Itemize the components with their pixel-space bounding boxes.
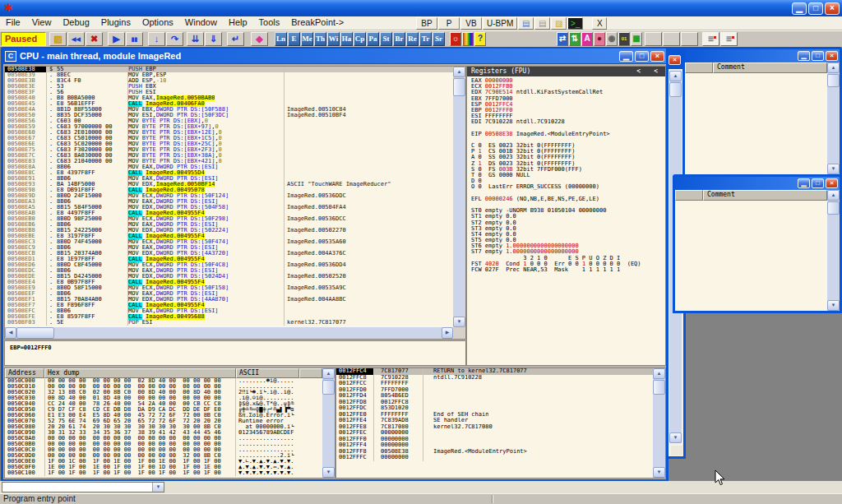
call-stack-button[interactable]: St xyxy=(380,32,392,46)
dump-row[interactable]: 0050C0B000 00 00 00 00 00 00 00 00 00 00… xyxy=(5,442,335,447)
disasm-row[interactable]: 00508E9D.8B0D 24F15000MOV ECX,DWORD PTR … xyxy=(5,193,453,199)
register-line[interactable]: FCW 027F Prec NEAR,53 Mask 1 1 1 1 1 1 xyxy=(471,267,664,273)
open-file-button[interactable]: ▨ xyxy=(49,32,67,46)
disasm-row[interactable]: 00508EB0.8B0D 98F25000MOV ECX,DWORD PTR … xyxy=(5,216,453,222)
side-window-1-scrollbar[interactable]: ▲ ▼ xyxy=(827,62,840,174)
scroll-up-button[interactable]: ▲ xyxy=(827,190,840,201)
disasm-row[interactable]: 00508E6E.C683 5C020000 00MOV BYTE PTR DS… xyxy=(5,141,453,147)
menu-view[interactable]: View xyxy=(26,16,58,30)
stack-row[interactable]: 0012FFC47C817077RETURN to kernel32.7C817… xyxy=(336,368,665,375)
disasm-row[interactable]: 00508E3B.83C4 F0ADD ESP,-10 xyxy=(5,78,453,84)
restart-button[interactable]: ◀◀ xyxy=(67,32,85,46)
toolbar-empty-slot-2[interactable] xyxy=(663,32,680,46)
memory-button[interactable]: Me xyxy=(301,32,313,46)
minimize-button[interactable]: ▁ xyxy=(792,2,807,15)
disasm-vscrollbar[interactable]: ▲ ▼ xyxy=(453,67,465,327)
disasm-row[interactable]: 00508E39.8BECMOV EBP,ESP xyxy=(5,72,453,78)
disasm-row[interactable]: 00508EB6.8B06MOV EAX,DWORD PTR DS:[ESI] xyxy=(5,222,453,228)
restore-button[interactable]: □ xyxy=(812,178,824,188)
title-bar[interactable]: ✱ ▁ □ × xyxy=(0,0,842,16)
log-button[interactable]: Ln xyxy=(275,32,287,46)
disasm-row[interactable]: 00508EEF.8B06MOV EAX,DWORD PTR DS:[ESI] xyxy=(5,291,453,297)
stack-row[interactable]: 0012FFC87C910228ntdll.7C910228 xyxy=(336,375,665,381)
stack-row[interactable]: 0012FFD48054B6ED xyxy=(336,393,665,400)
disasm-row[interactable]: 00508EB8.8B15 24225000MOV EDX,DWORD PTR … xyxy=(5,228,453,234)
options-button[interactable]: ☼ xyxy=(450,32,461,46)
dump-row[interactable]: 0050C0D000 00 00 00 00 00 00 00 00 00 00… xyxy=(5,453,335,459)
sync-button[interactable]: ⇅ xyxy=(569,32,581,46)
disasm-row[interactable]: 00508ED6.8B0D C8F45000MOV ECX,DWORD PTR … xyxy=(5,262,453,268)
close-program-button[interactable]: ✖ xyxy=(86,32,103,46)
scroll-thumb[interactable] xyxy=(827,201,840,215)
restore-button[interactable]: □ xyxy=(808,2,823,15)
stack-row[interactable]: 0012FFE0FFFFFFFFEnd of SEH chain xyxy=(336,412,665,418)
menu-plugins[interactable]: Plugins xyxy=(95,16,136,30)
scroll-down-button[interactable]: ▼ xyxy=(322,467,335,478)
menu-tools[interactable]: Tools xyxy=(253,16,286,30)
disasm-row[interactable]: 00508E60.C683 2E010000 00MOV BYTE PTR DS… xyxy=(5,130,453,136)
scroll-down-button[interactable]: ▼ xyxy=(669,432,682,443)
disasm-row[interactable]: 00508E38$55PUSH EBP xyxy=(5,67,453,72)
disasm-row[interactable]: 00508E83.C683 21040000 00MOV BYTE PTR DS… xyxy=(5,159,453,164)
disasm-row[interactable]: 00508E56.C603 00MOV BYTE PTR DS:[EBX],0 xyxy=(5,118,453,124)
scroll-right-button[interactable]: ▶ xyxy=(442,327,453,339)
disasm-row[interactable]: 00508E59.C683 97000000 00MOV BYTE PTR DS… xyxy=(5,124,453,130)
references-button[interactable]: Re xyxy=(406,32,419,46)
disasm-row[interactable]: 00508EA3.8B06MOV EAX,DWORD PTR DS:[ESI] xyxy=(5,199,453,205)
menu-debug[interactable]: Debug xyxy=(57,16,95,30)
minimize-button[interactable]: ▁ xyxy=(798,51,810,61)
disasm-row[interactable]: 00508EC9.8B06MOV EAX,DWORD PTR DS:[ESI] xyxy=(5,245,453,251)
stack-row[interactable]: 0012FFD07FFD7000 xyxy=(336,387,665,394)
menu-button-vb[interactable]: VB xyxy=(460,17,482,30)
scroll-down-button[interactable]: ▼ xyxy=(453,317,465,327)
disasm-row[interactable]: 00508E7C.C683 8A030000 00MOV BYTE PTR DS… xyxy=(5,153,453,159)
scroll-thumb[interactable] xyxy=(453,78,465,96)
disasm-row[interactable]: 00508F03.5EPOP ESIkernel32.7C817077 xyxy=(5,320,453,326)
disasm-row[interactable]: 00508E50.8B35 DCF35000MOV ESI,DWORD PTR … xyxy=(5,113,453,118)
stack-row[interactable]: 0012FFEC00000000 xyxy=(336,430,665,437)
register-line[interactable]: O 0 LastErr ERROR_SUCCESS (00000000) xyxy=(471,184,664,190)
breakpoints-button[interactable]: Br xyxy=(393,32,405,46)
dump-header-ascii[interactable]: ASCII xyxy=(236,368,299,378)
side-window-2-scrollbar[interactable]: ▲ ▼ xyxy=(827,190,840,311)
scroll-thumb[interactable] xyxy=(669,82,682,97)
help-button[interactable]: ? xyxy=(474,32,486,46)
register-line[interactable]: EDI 7C910228 ntdll.7C910228 xyxy=(471,119,664,125)
side-window-2-title-bar[interactable]: ▁ □ × xyxy=(675,177,840,190)
disasm-row[interactable]: 00508EAB.E8 4497F8FFCALL ImageRed.004955… xyxy=(5,210,453,216)
register-line[interactable]: EFL 00000246 (NO,NB,E,BE,NS,PE,GE,LE) xyxy=(471,197,664,202)
scroll-down-button[interactable]: ▼ xyxy=(653,467,665,478)
scroll-up-button[interactable]: ▲ xyxy=(669,71,682,81)
dump-row[interactable]: 0050C01000 00 00 00 00 00 00 00 00 00 00… xyxy=(5,384,335,390)
console-icon[interactable]: >_ xyxy=(567,17,583,30)
side-window-1-title-bar[interactable]: ▁ □ × xyxy=(685,49,840,62)
stack-row[interactable]: 0012FFCCFFFFFFFF xyxy=(336,381,665,387)
register-line[interactable]: T 0 GS 0000 NULL xyxy=(471,173,664,178)
command-input[interactable]: ▼ xyxy=(2,482,164,492)
disasm-row[interactable]: 00508E98.E8 DB91F8FFCALL ImageRed.004950… xyxy=(5,187,453,193)
disasm-row[interactable]: 00508ED1.E8 1E97F8FFCALL ImageRed.004955… xyxy=(5,257,453,262)
close-button[interactable]: × xyxy=(669,55,681,65)
menu-help[interactable]: Help xyxy=(223,16,253,30)
toolbar-empty-slot-1[interactable] xyxy=(645,32,662,46)
stack-row[interactable]: 0012FFDC853D1020 xyxy=(336,405,665,412)
registers-page-left[interactable]: < xyxy=(636,67,641,76)
disasm-hscrollbar[interactable]: ◀ ▶ xyxy=(5,327,453,339)
disasm-row[interactable]: 00508E4A.8B1D 88F55000MOV EBX,DWORD PTR … xyxy=(5,107,453,113)
stack-row[interactable]: 0012FFF800508E38ImageRed.<ModuleEntryPoi… xyxy=(336,449,665,455)
windows-button[interactable]: Wi xyxy=(327,32,340,46)
disasm-row[interactable]: 00508E75.C683 F3020000 00MOV BYTE PTR DS… xyxy=(5,147,453,153)
minimize-button[interactable]: ▁ xyxy=(798,178,810,188)
grid-window-button[interactable]: ▦ xyxy=(631,32,642,46)
scroll-up-button[interactable]: ▲ xyxy=(653,368,665,379)
step-over-button[interactable]: ↷ xyxy=(166,32,183,46)
stack-row[interactable]: 0012FFD80012FFC8 xyxy=(336,400,665,406)
dump-row[interactable]: 0050C040CC 24 40 00 78 26 40 00 54 2A 40… xyxy=(5,401,335,407)
dropdown-arrow-icon[interactable]: ▼ xyxy=(152,483,164,492)
dump-row[interactable]: 0050C09030 31 32 33 34 35 36 37 38 39 41… xyxy=(5,430,335,436)
disasm-row[interactable]: 00508EE4.E8 0B97F8FFCALL ImageRed.004955… xyxy=(5,280,453,285)
spiral-button[interactable]: ◉ xyxy=(606,32,618,46)
command-input-value[interactable] xyxy=(2,483,152,492)
binary-button[interactable]: 01 xyxy=(618,32,630,46)
dump-row[interactable]: 0050C0A000 00 00 00 00 00 00 00 00 00 00… xyxy=(5,436,335,442)
